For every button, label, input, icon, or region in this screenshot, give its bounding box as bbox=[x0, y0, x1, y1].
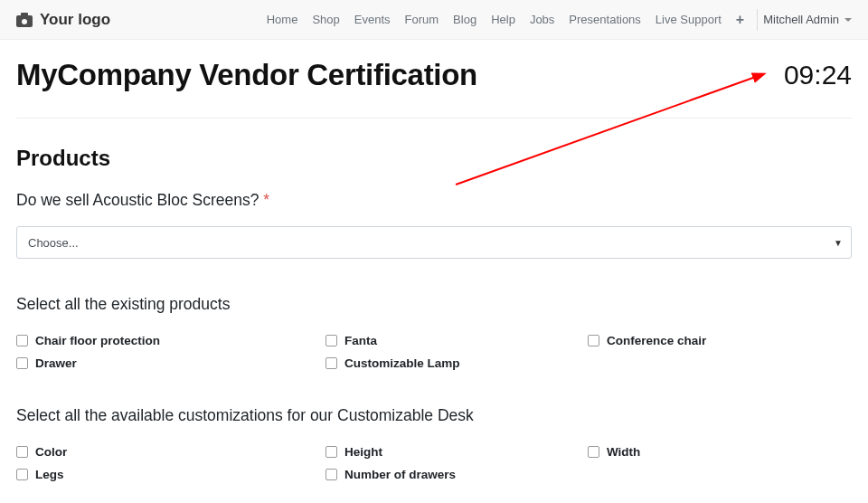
top-navbar: Your logo Home Shop Events Forum Blog He… bbox=[0, 0, 868, 40]
q3-option-width[interactable]: Width bbox=[588, 445, 852, 459]
nav-events[interactable]: Events bbox=[347, 13, 398, 26]
option-label: Conference chair bbox=[607, 334, 706, 347]
question-3-options: Color Height Width Legs Number of drawer… bbox=[16, 445, 852, 481]
q2-option-fanta[interactable]: Fanta bbox=[326, 334, 588, 347]
checkbox-icon bbox=[16, 357, 28, 369]
option-label: Fanta bbox=[344, 334, 377, 347]
nav-presentations[interactable]: Presentations bbox=[561, 13, 648, 26]
checkbox-icon bbox=[326, 446, 337, 458]
question-1-select-wrap: Choose... ▼ bbox=[16, 226, 852, 259]
nav-shop[interactable]: Shop bbox=[305, 13, 346, 26]
required-marker: * bbox=[263, 191, 269, 209]
q2-option-drawer[interactable]: Drawer bbox=[16, 356, 326, 370]
q3-option-number-of-drawers[interactable]: Number of drawers bbox=[326, 468, 588, 481]
option-label: Drawer bbox=[35, 356, 77, 370]
question-1-label: Do we sell Acoustic Bloc Screens? * bbox=[16, 191, 852, 210]
q3-option-height[interactable]: Height bbox=[326, 445, 588, 459]
checkbox-icon bbox=[588, 446, 599, 458]
nav-blog[interactable]: Blog bbox=[446, 13, 484, 26]
q3-option-color[interactable]: Color bbox=[16, 445, 326, 459]
nav-help[interactable]: Help bbox=[484, 13, 523, 26]
question-2-label: Select all the existing products bbox=[16, 295, 852, 314]
option-label: Legs bbox=[35, 468, 64, 481]
q2-option-customizable-lamp[interactable]: Customizable Lamp bbox=[326, 356, 588, 370]
nav-forum[interactable]: Forum bbox=[398, 13, 447, 26]
checkbox-icon bbox=[16, 446, 28, 458]
chevron-down-icon bbox=[844, 18, 852, 22]
logo-text: Your logo bbox=[40, 11, 110, 29]
option-label: Chair floor protection bbox=[35, 334, 160, 347]
timer: 09:24 bbox=[784, 60, 852, 90]
q3-option-legs[interactable]: Legs bbox=[16, 468, 326, 481]
checkbox-icon bbox=[16, 469, 28, 480]
checkbox-icon bbox=[16, 335, 28, 346]
checkbox-icon bbox=[326, 357, 337, 369]
option-label: Width bbox=[607, 445, 640, 459]
checkbox-icon bbox=[326, 335, 337, 346]
camera-icon bbox=[16, 13, 33, 27]
user-name: Mitchell Admin bbox=[763, 13, 839, 26]
title-row: MyCompany Vendor Certification 09:24 bbox=[16, 58, 852, 119]
user-menu[interactable]: Mitchell Admin bbox=[763, 13, 852, 26]
page-content: MyCompany Vendor Certification 09:24 Pro… bbox=[0, 40, 868, 481]
question-3: Select all the available customizations … bbox=[16, 406, 852, 481]
nav-jobs[interactable]: Jobs bbox=[523, 13, 561, 26]
option-label: Color bbox=[35, 445, 67, 459]
logo[interactable]: Your logo bbox=[16, 11, 110, 29]
q2-option-chair-floor-protection[interactable]: Chair floor protection bbox=[16, 334, 326, 347]
question-2-options: Chair floor protection Fanta Conference … bbox=[16, 334, 852, 370]
question-2: Select all the existing products Chair f… bbox=[16, 295, 852, 370]
question-3-label: Select all the available customizations … bbox=[16, 406, 852, 425]
new-content-icon[interactable]: + bbox=[729, 12, 751, 28]
nav-home[interactable]: Home bbox=[259, 13, 306, 26]
nav-divider bbox=[757, 9, 758, 31]
q2-option-conference-chair[interactable]: Conference chair bbox=[588, 334, 852, 347]
section-title: Products bbox=[16, 146, 852, 171]
option-label: Customizable Lamp bbox=[344, 356, 460, 370]
nav-live-support[interactable]: Live Support bbox=[648, 13, 729, 26]
checkbox-icon bbox=[326, 469, 337, 480]
page-title: MyCompany Vendor Certification bbox=[16, 58, 477, 92]
nav-links: Home Shop Events Forum Blog Help Jobs Pr… bbox=[259, 9, 852, 31]
option-label: Height bbox=[344, 445, 382, 459]
question-1-select[interactable]: Choose... bbox=[16, 226, 852, 259]
question-1-text: Do we sell Acoustic Bloc Screens? bbox=[16, 191, 259, 209]
checkbox-icon bbox=[588, 335, 599, 346]
option-label: Number of drawers bbox=[344, 468, 456, 481]
